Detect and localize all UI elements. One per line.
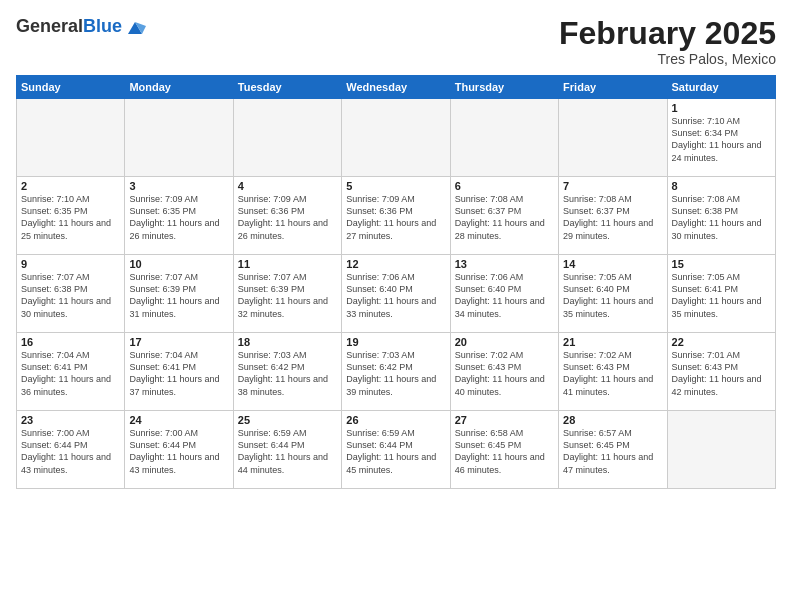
day-number: 11 [238, 258, 337, 270]
day-number: 15 [672, 258, 771, 270]
calendar-cell: 21Sunrise: 7:02 AM Sunset: 6:43 PM Dayli… [559, 333, 667, 411]
calendar-cell [233, 99, 341, 177]
day-info: Sunrise: 6:57 AM Sunset: 6:45 PM Dayligh… [563, 427, 662, 476]
day-info: Sunrise: 7:09 AM Sunset: 6:35 PM Dayligh… [129, 193, 228, 242]
calendar-cell: 14Sunrise: 7:05 AM Sunset: 6:40 PM Dayli… [559, 255, 667, 333]
calendar-cell: 22Sunrise: 7:01 AM Sunset: 6:43 PM Dayli… [667, 333, 775, 411]
calendar-cell [17, 99, 125, 177]
day-info: Sunrise: 7:03 AM Sunset: 6:42 PM Dayligh… [238, 349, 337, 398]
calendar-cell: 28Sunrise: 6:57 AM Sunset: 6:45 PM Dayli… [559, 411, 667, 489]
calendar-cell: 4Sunrise: 7:09 AM Sunset: 6:36 PM Daylig… [233, 177, 341, 255]
day-info: Sunrise: 7:02 AM Sunset: 6:43 PM Dayligh… [563, 349, 662, 398]
calendar-cell: 7Sunrise: 7:08 AM Sunset: 6:37 PM Daylig… [559, 177, 667, 255]
day-info: Sunrise: 6:58 AM Sunset: 6:45 PM Dayligh… [455, 427, 554, 476]
day-number: 19 [346, 336, 445, 348]
day-info: Sunrise: 7:03 AM Sunset: 6:42 PM Dayligh… [346, 349, 445, 398]
calendar-week-5: 23Sunrise: 7:00 AM Sunset: 6:44 PM Dayli… [17, 411, 776, 489]
day-number: 5 [346, 180, 445, 192]
day-info: Sunrise: 7:10 AM Sunset: 6:34 PM Dayligh… [672, 115, 771, 164]
calendar-cell: 26Sunrise: 6:59 AM Sunset: 6:44 PM Dayli… [342, 411, 450, 489]
logo-icon [124, 16, 146, 38]
day-info: Sunrise: 7:02 AM Sunset: 6:43 PM Dayligh… [455, 349, 554, 398]
calendar-cell: 20Sunrise: 7:02 AM Sunset: 6:43 PM Dayli… [450, 333, 558, 411]
day-number: 25 [238, 414, 337, 426]
calendar-cell: 23Sunrise: 7:00 AM Sunset: 6:44 PM Dayli… [17, 411, 125, 489]
calendar-cell: 24Sunrise: 7:00 AM Sunset: 6:44 PM Dayli… [125, 411, 233, 489]
calendar-cell [342, 99, 450, 177]
calendar-cell [125, 99, 233, 177]
logo-general: General [16, 16, 83, 36]
calendar-cell: 9Sunrise: 7:07 AM Sunset: 6:38 PM Daylig… [17, 255, 125, 333]
calendar-title: February 2025 [559, 16, 776, 51]
calendar-cell: 11Sunrise: 7:07 AM Sunset: 6:39 PM Dayli… [233, 255, 341, 333]
day-number: 22 [672, 336, 771, 348]
calendar-cell: 1Sunrise: 7:10 AM Sunset: 6:34 PM Daylig… [667, 99, 775, 177]
calendar-week-2: 2Sunrise: 7:10 AM Sunset: 6:35 PM Daylig… [17, 177, 776, 255]
day-info: Sunrise: 7:06 AM Sunset: 6:40 PM Dayligh… [455, 271, 554, 320]
day-info: Sunrise: 7:08 AM Sunset: 6:37 PM Dayligh… [563, 193, 662, 242]
col-header-friday: Friday [559, 76, 667, 99]
day-number: 14 [563, 258, 662, 270]
calendar-cell: 3Sunrise: 7:09 AM Sunset: 6:35 PM Daylig… [125, 177, 233, 255]
calendar-header-row: SundayMondayTuesdayWednesdayThursdayFrid… [17, 76, 776, 99]
calendar-cell: 5Sunrise: 7:09 AM Sunset: 6:36 PM Daylig… [342, 177, 450, 255]
logo-blue: Blue [83, 16, 122, 36]
day-info: Sunrise: 6:59 AM Sunset: 6:44 PM Dayligh… [238, 427, 337, 476]
day-number: 20 [455, 336, 554, 348]
calendar-cell: 17Sunrise: 7:04 AM Sunset: 6:41 PM Dayli… [125, 333, 233, 411]
calendar-cell: 27Sunrise: 6:58 AM Sunset: 6:45 PM Dayli… [450, 411, 558, 489]
day-number: 3 [129, 180, 228, 192]
col-header-tuesday: Tuesday [233, 76, 341, 99]
calendar-cell: 15Sunrise: 7:05 AM Sunset: 6:41 PM Dayli… [667, 255, 775, 333]
day-number: 21 [563, 336, 662, 348]
day-info: Sunrise: 7:01 AM Sunset: 6:43 PM Dayligh… [672, 349, 771, 398]
day-number: 8 [672, 180, 771, 192]
day-info: Sunrise: 7:00 AM Sunset: 6:44 PM Dayligh… [21, 427, 120, 476]
day-number: 28 [563, 414, 662, 426]
calendar-cell: 8Sunrise: 7:08 AM Sunset: 6:38 PM Daylig… [667, 177, 775, 255]
calendar-cell [667, 411, 775, 489]
day-info: Sunrise: 7:08 AM Sunset: 6:37 PM Dayligh… [455, 193, 554, 242]
calendar-week-4: 16Sunrise: 7:04 AM Sunset: 6:41 PM Dayli… [17, 333, 776, 411]
col-header-monday: Monday [125, 76, 233, 99]
day-info: Sunrise: 7:05 AM Sunset: 6:40 PM Dayligh… [563, 271, 662, 320]
calendar-cell [559, 99, 667, 177]
calendar-cell: 10Sunrise: 7:07 AM Sunset: 6:39 PM Dayli… [125, 255, 233, 333]
day-number: 7 [563, 180, 662, 192]
title-block: February 2025 Tres Palos, Mexico [559, 16, 776, 67]
day-info: Sunrise: 7:05 AM Sunset: 6:41 PM Dayligh… [672, 271, 771, 320]
day-number: 12 [346, 258, 445, 270]
day-number: 23 [21, 414, 120, 426]
day-info: Sunrise: 7:07 AM Sunset: 6:39 PM Dayligh… [129, 271, 228, 320]
day-number: 27 [455, 414, 554, 426]
calendar-cell: 13Sunrise: 7:06 AM Sunset: 6:40 PM Dayli… [450, 255, 558, 333]
calendar-cell: 12Sunrise: 7:06 AM Sunset: 6:40 PM Dayli… [342, 255, 450, 333]
day-number: 1 [672, 102, 771, 114]
day-number: 6 [455, 180, 554, 192]
col-header-saturday: Saturday [667, 76, 775, 99]
day-info: Sunrise: 7:08 AM Sunset: 6:38 PM Dayligh… [672, 193, 771, 242]
day-number: 10 [129, 258, 228, 270]
day-number: 2 [21, 180, 120, 192]
col-header-thursday: Thursday [450, 76, 558, 99]
day-info: Sunrise: 7:07 AM Sunset: 6:39 PM Dayligh… [238, 271, 337, 320]
calendar-cell: 18Sunrise: 7:03 AM Sunset: 6:42 PM Dayli… [233, 333, 341, 411]
day-info: Sunrise: 7:00 AM Sunset: 6:44 PM Dayligh… [129, 427, 228, 476]
logo: GeneralBlue [16, 16, 146, 38]
day-info: Sunrise: 7:10 AM Sunset: 6:35 PM Dayligh… [21, 193, 120, 242]
calendar-week-3: 9Sunrise: 7:07 AM Sunset: 6:38 PM Daylig… [17, 255, 776, 333]
calendar-cell: 6Sunrise: 7:08 AM Sunset: 6:37 PM Daylig… [450, 177, 558, 255]
calendar-cell: 19Sunrise: 7:03 AM Sunset: 6:42 PM Dayli… [342, 333, 450, 411]
day-info: Sunrise: 7:04 AM Sunset: 6:41 PM Dayligh… [129, 349, 228, 398]
calendar-subtitle: Tres Palos, Mexico [559, 51, 776, 67]
col-header-sunday: Sunday [17, 76, 125, 99]
day-info: Sunrise: 7:07 AM Sunset: 6:38 PM Dayligh… [21, 271, 120, 320]
calendar-cell [450, 99, 558, 177]
calendar-table: SundayMondayTuesdayWednesdayThursdayFrid… [16, 75, 776, 489]
day-info: Sunrise: 7:04 AM Sunset: 6:41 PM Dayligh… [21, 349, 120, 398]
day-info: Sunrise: 7:06 AM Sunset: 6:40 PM Dayligh… [346, 271, 445, 320]
day-info: Sunrise: 6:59 AM Sunset: 6:44 PM Dayligh… [346, 427, 445, 476]
day-number: 16 [21, 336, 120, 348]
day-info: Sunrise: 7:09 AM Sunset: 6:36 PM Dayligh… [238, 193, 337, 242]
day-number: 17 [129, 336, 228, 348]
